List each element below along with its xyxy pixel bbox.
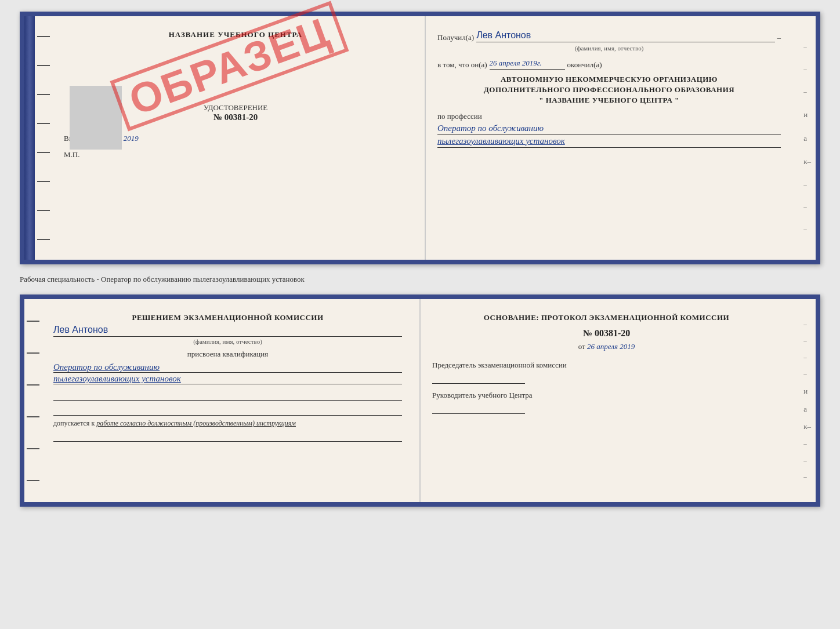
blank-line-2: [53, 404, 402, 416]
book-spine-upper: [24, 16, 35, 260]
dopusk-text: допускается к работе согласно должностны…: [53, 419, 402, 428]
upper-certificate-book: НАЗВАНИЕ УЧЕБНОГО ЦЕНТРА УДОСТОВЕРЕНИЕ №…: [20, 12, 820, 264]
dopusk-label: допускается к: [53, 419, 95, 427]
page-container: НАЗВАНИЕ УЧЕБНОГО ЦЕНТРА УДОСТОВЕРЕНИЕ №…: [20, 12, 820, 507]
upper-right-page: Получил(а) Лев Антонов – (фамилия, имя, …: [426, 16, 816, 260]
separator-text: Рабочая специальность - Оператор по обсл…: [20, 271, 820, 288]
lower-right-date: от 26 апреля 2019: [432, 342, 781, 351]
mark-dash: –: [803, 66, 811, 72]
cert-title-section: НАЗВАНИЕ УЧЕБНОГО ЦЕНТРА: [64, 30, 407, 39]
cert-org-title: НАЗВАНИЕ УЧЕБНОГО ЦЕНТРА: [64, 30, 407, 39]
dopusk-value: работе согласно должностным (производств…: [96, 419, 296, 427]
mark-dash: –: [803, 181, 811, 188]
profession-label: по профессии: [437, 112, 781, 121]
line-mark: [27, 384, 39, 386]
org-line1: АВТОНОМНУЮ НЕКОММЕРЧЕСКУЮ ОРГАНИЗАЦИЮ: [437, 74, 781, 85]
qual-line2: пылегазоулавливающих установок: [53, 374, 402, 384]
mark-dash: и: [803, 387, 811, 395]
lower-right-page: Основание: протокол экзаменационной коми…: [421, 299, 816, 502]
line-mark: [27, 321, 39, 322]
name-subtitle: (фамилия, имя, отчество): [437, 45, 781, 52]
date-value: 26 апреля 2019: [587, 342, 635, 351]
line-mark: [37, 181, 50, 182]
lower-right-number: № 00381-20: [432, 328, 781, 339]
upper-left-page: НАЗВАНИЕ УЧЕБНОГО ЦЕНТРА УДОСТОВЕРЕНИЕ №…: [35, 16, 426, 260]
line-mark: [37, 123, 50, 124]
line-mark: [27, 416, 39, 417]
mark-dash: –: [803, 203, 811, 210]
line-mark: [37, 239, 50, 240]
chairman-label: Председатель экзаменационной комиссии: [432, 361, 781, 370]
mark-dash: –: [803, 226, 811, 232]
recipient-name: Лев Антонов: [476, 30, 774, 42]
cert-number-value: 00381-20: [225, 112, 258, 122]
mark-dash: –: [803, 337, 811, 344]
mark-dash: –: [803, 44, 811, 50]
right-side-marks: – – – и а к– – – –: [803, 16, 811, 260]
line-mark: [37, 152, 50, 153]
assigned-label: присвоена квалификация: [53, 350, 402, 359]
line-mark: [27, 352, 39, 354]
lower-right-side-marks: – – – – и а к– – – –: [803, 299, 811, 502]
cert-number-prefix: №: [213, 112, 222, 122]
director-sign-line: [432, 402, 525, 414]
lower-left-side-decorations: [24, 299, 42, 502]
number-value: 00381-20: [595, 328, 630, 338]
date-label: в том, что он(а): [437, 60, 487, 70]
org-line2: ДОПОЛНИТЕЛЬНОГО ПРОФЕССИОНАЛЬНОГО ОБРАЗО…: [437, 85, 781, 95]
lower-certificate-book: Решением экзаменационной комиссии Лев Ан…: [20, 294, 820, 507]
line-mark: [27, 480, 39, 481]
number-prefix: №: [583, 328, 592, 338]
mark-dash: –: [803, 354, 811, 361]
org-line3: " НАЗВАНИЕ УЧЕБНОГО ЦЕНТРА ": [437, 95, 781, 106]
left-side-decorations: [35, 16, 52, 260]
mark-dash: а: [803, 134, 811, 142]
blank-line-1: [53, 389, 402, 401]
line-mark: [37, 210, 50, 211]
date-value: 26 апреля 2019г.: [490, 59, 565, 70]
recipient-name-line: Получил(а) Лев Антонов –: [437, 30, 781, 42]
blank-line-3: [53, 430, 402, 442]
osnov-label: Основание: протокол экзаменационной коми…: [432, 313, 781, 322]
decision-label: Решением экзаменационной комиссии: [53, 313, 402, 322]
qual-line1: Оператор по обслуживанию: [53, 362, 402, 373]
director-label: Руководитель учебного Центра: [432, 391, 781, 400]
lower-left-page: Решением экзаменационной комиссии Лев Ан…: [24, 299, 421, 502]
dash-after-name: –: [777, 33, 781, 42]
cert-mp: М.П.: [64, 150, 407, 159]
profession-line1: Оператор по обслуживанию: [437, 123, 781, 135]
line-mark: [37, 65, 50, 66]
date-line: в том, что он(а) 26 апреля 2019г. окончи…: [437, 59, 781, 70]
mark-dash: –: [803, 89, 811, 95]
mark-dash: –: [803, 457, 811, 464]
profession-line2: пылегазоулавливающих установок: [437, 136, 781, 148]
finished-label: окончил(а): [567, 60, 602, 70]
chairman-sign-line: [432, 372, 525, 384]
lower-person-name: Лев Антонов: [53, 325, 402, 337]
mark-dash: к–: [803, 158, 811, 165]
line-mark: [27, 448, 39, 449]
org-text: АВТОНОМНУЮ НЕКОММЕРЧЕСКУЮ ОРГАНИЗАЦИЮ ДО…: [437, 74, 781, 106]
line-mark: [37, 36, 50, 37]
mark-dash: –: [803, 474, 811, 480]
mark-dash: –: [803, 371, 811, 377]
received-label: Получил(а): [437, 33, 474, 42]
lower-name-subtitle: (фамилия, имя, отчество): [53, 338, 402, 345]
line-mark: [37, 94, 50, 95]
mark-dash: а: [803, 405, 811, 413]
mark-dash: и: [803, 111, 811, 118]
mark-dash: –: [803, 441, 811, 447]
photo-placeholder: [70, 86, 122, 150]
mark-dash: –: [803, 321, 811, 328]
date-prefix: от: [578, 342, 585, 351]
mark-dash: к–: [803, 423, 811, 430]
